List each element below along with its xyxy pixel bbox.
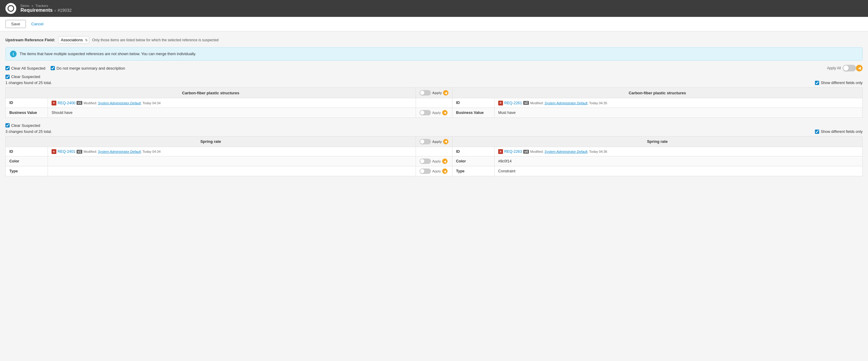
cancel-button[interactable]: Cancel <box>29 20 46 28</box>
section1-clear-suspected-checkbox[interactable]: Clear Suspected <box>5 74 40 79</box>
section1-row-bv: Business Value Should have Apply ◀ Busin… <box>6 107 863 118</box>
section1-apply-header-label: Apply <box>432 91 442 95</box>
section1-show-diff-input[interactable] <box>815 81 819 85</box>
main-content: Upstream Reference Field: Associations O… <box>0 31 868 361</box>
breadcrumb: Demo » Trackers <box>21 4 72 7</box>
apply-all-toggle[interactable] <box>843 65 856 71</box>
section2-left-header: Spring rate <box>6 136 416 147</box>
section1-right-author-link[interactable]: System Administrator Default <box>545 101 587 105</box>
section1-apply-header-toggle[interactable] <box>420 90 431 96</box>
upstream-select[interactable]: Associations <box>58 36 89 44</box>
section2-right-id-value: R REQ-2263 v4 Modified: System Administr… <box>494 147 862 156</box>
logo-circle <box>7 5 14 12</box>
section1-right-version: v2 <box>523 101 529 105</box>
section2-left-modified: Modified: System Administrator Default, … <box>84 150 161 153</box>
section2-field-id-label: ID <box>6 147 48 156</box>
section2-clear-suspected-input[interactable] <box>5 123 10 128</box>
section1-left-header: Carbon-fiber plastic structures <box>6 88 416 98</box>
section1-show-diff-label[interactable]: Show different fields only <box>815 81 863 85</box>
apply-all-label: Apply All <box>827 66 841 70</box>
section2-left-author-link[interactable]: System Administrator Default <box>98 150 141 153</box>
section2-apply-header-arrow[interactable]: ◀ <box>443 139 448 144</box>
do-not-merge-checkbox[interactable]: Do not merge summary and description <box>51 66 125 70</box>
section2-color-label: Color <box>6 156 48 166</box>
section2-right-author-link[interactable]: System Administrator Default <box>545 150 587 153</box>
section2-apply-type-arrow[interactable]: ◀ <box>442 168 447 174</box>
section2-right-type-label: Type <box>452 166 494 176</box>
upstream-label: Upstream Reference Field: <box>5 38 55 42</box>
section1-table: Carbon-fiber plastic structures Apply ◀ … <box>5 87 863 118</box>
section1-clear-suspected-input[interactable] <box>5 75 10 79</box>
section2-show-diff-label[interactable]: Show different fields only <box>815 130 863 134</box>
section2-apply-area: Apply ◀ <box>420 139 448 144</box>
info-banner: i The items that have multiple suspected… <box>5 47 863 61</box>
section1-right-header: Carbon-fiber plastic structures <box>452 88 862 98</box>
section2-apply-color-thumb <box>420 159 424 163</box>
apply-all-arrow[interactable]: ◀ <box>856 65 863 71</box>
section1-right-id-field-label: ID <box>452 98 494 108</box>
section1-apply-header-cell: Apply ◀ <box>416 88 453 98</box>
section1-right-id-value: R REQ-2261 v2 Modified: System Administr… <box>494 98 862 108</box>
section1-left-id-value: R REQ-2400 v1 Modified: System Administr… <box>48 98 416 108</box>
section1-left-version: v1 <box>76 101 82 105</box>
section1-right-req-link[interactable]: REQ-2261 <box>504 101 522 105</box>
info-icon: i <box>10 51 17 57</box>
issue-id: #19032 <box>58 8 72 13</box>
section2-apply-color-arrow[interactable]: ◀ <box>442 159 447 164</box>
toolbar: Save Cancel <box>0 17 868 31</box>
section2-show-diff-input[interactable] <box>815 130 819 134</box>
section2-left-id-value: R REQ-2401 v1 Modified: System Administr… <box>48 147 416 156</box>
section2-apply-header-label: Apply <box>432 140 442 143</box>
section2-row-color: Color Apply ◀ Color #8c0f14 <box>6 156 863 166</box>
section1-left-author-link[interactable]: System Administrator Default <box>98 101 141 105</box>
section2-apply-color-label: Apply <box>432 159 441 163</box>
save-button[interactable]: Save <box>5 20 26 28</box>
breadcrumb-trackers: Trackers <box>35 4 48 7</box>
section2-right-color-label: Color <box>452 156 494 166</box>
section1-left-req-badge: R REQ-2400 v1 Modified: System Administr… <box>52 101 161 105</box>
section2-show-diff-text: Show different fields only <box>821 130 863 134</box>
section1-left-modified: Modified: System Administrator Default, … <box>84 101 161 105</box>
section2-apply-header-cell: Apply ◀ <box>416 136 453 147</box>
associations-select-wrapper[interactable]: Associations <box>58 36 89 44</box>
section1-changes-text: 1 changes found of 25 total. <box>5 81 52 85</box>
section1-left-req-link[interactable]: REQ-2400 <box>58 101 75 105</box>
section2-apply-color-row: Apply ◀ <box>420 159 448 164</box>
clear-all-suspected-checkbox[interactable]: Clear All Suspected <box>5 66 45 70</box>
section2-left-type-value <box>48 166 416 176</box>
section2-right-modified: Modified: System Administrator Default, … <box>530 150 607 153</box>
section2-apply-type-toggle[interactable] <box>420 168 431 174</box>
global-controls-row: Clear All Suspected Do not merge summary… <box>5 65 863 71</box>
section1-right-req-badge: R REQ-2261 v2 Modified: System Administr… <box>498 101 607 105</box>
section2-right-color-value: #8c0f14 <box>494 156 862 166</box>
section2-right-req-link[interactable]: REQ-2263 <box>504 150 522 154</box>
section2-table: Spring rate Apply ◀ Spring rate <box>5 136 863 176</box>
section2-left-version: v1 <box>76 150 82 154</box>
section2-right-type-value: Constraint <box>494 166 862 176</box>
section2-apply-color-toggle[interactable] <box>420 159 431 164</box>
section1-row-id: ID R REQ-2400 v1 Modified: System Admini… <box>6 98 863 108</box>
section2-apply-header-thumb <box>420 139 424 144</box>
section2-apply-id-cell <box>416 147 453 156</box>
section1-apply-bv-row: Apply ◀ <box>420 110 448 116</box>
section2-clear-suspected-checkbox[interactable]: Clear Suspected <box>5 123 40 128</box>
section1-right-bv-label: Business Value <box>452 107 494 118</box>
upstream-reference-row: Upstream Reference Field: Associations O… <box>5 36 863 44</box>
clear-all-suspected-input[interactable] <box>5 66 10 70</box>
section2-left-color-value <box>48 156 416 166</box>
section1-left-req-icon: R <box>52 101 56 105</box>
section2-clear-suspected-label: Clear Suspected <box>11 123 40 128</box>
do-not-merge-input[interactable] <box>51 66 55 70</box>
section2-left-req-link[interactable]: REQ-2401 <box>58 150 75 154</box>
page-title[interactable]: Requirements <box>21 7 53 13</box>
section1-left-header-inner: Carbon-fiber plastic structures <box>9 91 412 95</box>
section2-apply-type-label: Apply <box>432 169 441 173</box>
section1-apply-header-arrow[interactable]: ◀ <box>443 90 448 96</box>
section1-apply-bv-toggle[interactable] <box>420 110 431 116</box>
info-text: The items that have multiple suspected r… <box>20 52 196 56</box>
clear-all-suspected-label: Clear All Suspected <box>11 66 45 70</box>
section2-apply-color-cell: Apply ◀ <box>416 156 453 166</box>
section2-apply-header-toggle[interactable] <box>420 139 431 144</box>
section1-apply-bv-arrow[interactable]: ◀ <box>442 110 447 116</box>
section1-left-bv-value: Should have <box>48 107 416 118</box>
